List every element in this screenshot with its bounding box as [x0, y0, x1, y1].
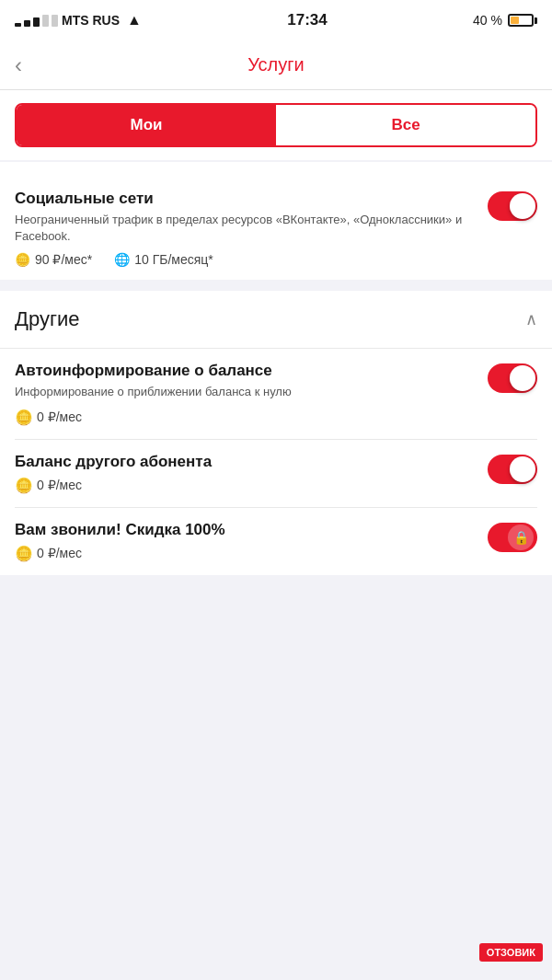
called-discount-toggle[interactable]: 🔒 — [488, 523, 537, 552]
tab-my[interactable]: Мои — [17, 105, 276, 145]
wifi-icon: ▲ — [127, 12, 142, 29]
other-balance-item: Баланс другого абонента 🪙 0 ₽/мес — [15, 440, 537, 508]
battery-cap — [535, 17, 537, 24]
other-section-header[interactable]: Другие ∧ — [0, 291, 552, 349]
dot3 — [33, 17, 40, 27]
dot5 — [52, 15, 58, 27]
other-balance-price: 0 ₽/мес — [37, 478, 82, 492]
nav-bar: ‹ Услуги — [0, 40, 552, 90]
status-right: 40 % — [473, 13, 537, 28]
coin-icon-4: 🪙 — [15, 545, 33, 562]
auto-inform-price-row: 🪙 0 ₽/мес — [15, 409, 477, 426]
social-networks-price: 🪙 90 ₽/мес* — [15, 252, 92, 267]
globe-icon: 🌐 — [114, 252, 130, 267]
called-discount-title: Вам звонили! Скидка 100% — [15, 521, 477, 539]
other-balance-info: Баланс другого абонента 🪙 0 ₽/мес — [15, 453, 488, 494]
battery-fill — [511, 17, 519, 24]
status-time: 17:34 — [287, 11, 327, 29]
other-section: Другие ∧ Автоинформирование о балансе Ин… — [0, 291, 552, 574]
dot4 — [42, 15, 49, 27]
social-networks-info: Социальные сети Неограниченный трафик в … — [15, 190, 488, 267]
toggle-knob-2 — [510, 365, 535, 391]
coin-icon: 🪙 — [15, 252, 30, 267]
dot1 — [15, 23, 21, 27]
chevron-up-icon: ∧ — [525, 309, 537, 329]
lock-icon: 🔒 — [508, 525, 534, 550]
auto-inform-toggle[interactable] — [488, 363, 537, 393]
back-button[interactable]: ‹ — [15, 52, 22, 78]
signal-dots — [15, 15, 58, 27]
social-networks-title: Социальные сети — [15, 190, 477, 208]
tab-container: Мои Все — [0, 90, 552, 160]
social-networks-section: Социальные сети Неограниченный трафик в … — [0, 162, 552, 280]
called-discount-info: Вам звонили! Скидка 100% 🪙 0 ₽/мес — [15, 521, 488, 562]
page-title: Услуги — [247, 54, 305, 75]
called-discount-price: 0 ₽/мес — [37, 546, 82, 560]
section-separator — [0, 280, 552, 291]
other-balance-title: Баланс другого абонента — [15, 453, 477, 471]
carrier-label: MTS RUS — [62, 13, 120, 28]
auto-inform-price: 0 ₽/мес — [37, 409, 82, 424]
auto-inform-description: Информирование о приближении баланса к н… — [15, 384, 477, 400]
dot2 — [24, 20, 30, 27]
called-discount-item: Вам звонили! Скидка 100% 🪙 0 ₽/мес 🔒 — [15, 508, 537, 575]
other-balance-toggle[interactable] — [488, 455, 537, 484]
battery-percent: 40 % — [473, 13, 502, 28]
status-bar: MTS RUS ▲ 17:34 40 % — [0, 0, 552, 40]
auto-inform-title: Автоинформирование о балансе — [15, 362, 477, 380]
social-networks-meta: 🪙 90 ₽/мес* 🌐 10 ГБ/месяц* — [15, 252, 477, 267]
status-left: MTS RUS ▲ — [15, 12, 142, 29]
watermark: ОТЗОВИК — [479, 943, 543, 962]
toggle-knob-3 — [510, 456, 535, 482]
social-networks-item: Социальные сети Неограниченный трафик в … — [15, 177, 537, 280]
auto-inform-info: Автоинформирование о балансе Информирова… — [15, 362, 488, 425]
other-balance-price-row: 🪙 0 ₽/мес — [15, 477, 477, 494]
social-networks-data: 🌐 10 ГБ/месяц* — [114, 252, 213, 267]
called-discount-price-row: 🪙 0 ₽/мес — [15, 545, 477, 562]
coin-icon-2: 🪙 — [15, 409, 33, 426]
coin-icon-3: 🪙 — [15, 477, 33, 494]
auto-inform-item: Автоинформирование о балансе Информирова… — [15, 349, 537, 439]
other-section-title: Другие — [15, 307, 79, 331]
battery-icon — [508, 14, 537, 27]
social-networks-toggle[interactable] — [488, 191, 537, 221]
tab-switcher: Мои Все — [15, 103, 537, 147]
tab-all[interactable]: Все — [276, 105, 535, 145]
other-items-list: Автоинформирование о балансе Информирова… — [0, 349, 552, 574]
social-networks-description: Неограниченный трафик в пределах ресурсо… — [15, 212, 477, 245]
toggle-knob — [510, 193, 535, 219]
